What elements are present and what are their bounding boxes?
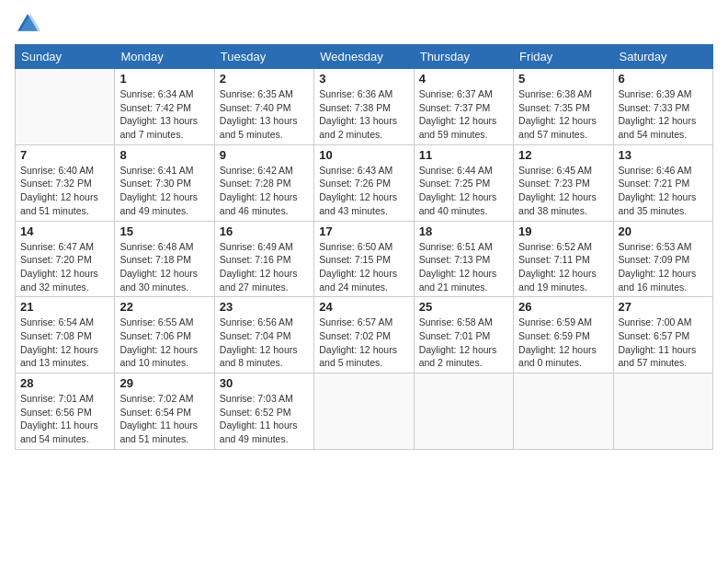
calendar-cell: [414, 373, 513, 450]
day-info: Sunrise: 6:48 AM Sunset: 7:18 PM Dayligh…: [119, 240, 209, 294]
sunrise: Sunrise: 6:47 AM: [20, 241, 94, 252]
day-number: 1: [119, 72, 209, 86]
day-of-week-header: Tuesday: [214, 45, 313, 69]
sunset: Sunset: 7:37 PM: [419, 102, 491, 113]
sunset: Sunset: 7:08 PM: [20, 330, 92, 341]
day-info: Sunrise: 6:51 AM Sunset: 7:13 PM Dayligh…: [419, 240, 508, 294]
daylight: Daylight: 12 hours and 43 minutes.: [319, 191, 397, 216]
sunset: Sunset: 6:59 PM: [518, 330, 590, 341]
sunrise: Sunrise: 6:56 AM: [220, 316, 293, 327]
sunset: Sunset: 7:26 PM: [319, 178, 391, 189]
sunset: Sunset: 7:13 PM: [419, 254, 491, 265]
calendar-cell: 10 Sunrise: 6:43 AM Sunset: 7:26 PM Dayl…: [314, 144, 414, 221]
calendar-cell: [514, 373, 613, 450]
calendar-cell: 14 Sunrise: 6:47 AM Sunset: 7:20 PM Dayl…: [16, 221, 115, 297]
day-number: 14: [20, 224, 109, 238]
sunset: Sunset: 7:11 PM: [518, 254, 590, 265]
calendar-cell: 11 Sunrise: 6:44 AM Sunset: 7:25 PM Dayl…: [414, 144, 513, 221]
daylight: Daylight: 12 hours and 2 minutes.: [419, 344, 497, 369]
day-number: 22: [119, 300, 209, 314]
day-info: Sunrise: 6:41 AM Sunset: 7:30 PM Dayligh…: [119, 164, 209, 218]
day-of-week-header: Thursday: [414, 45, 513, 69]
sunrise: Sunrise: 6:55 AM: [119, 316, 193, 327]
daylight: Daylight: 11 hours and 51 minutes.: [119, 419, 198, 444]
daylight: Daylight: 12 hours and 46 minutes.: [220, 191, 298, 216]
calendar-week-row: 1 Sunrise: 6:34 AM Sunset: 7:42 PM Dayli…: [16, 69, 713, 145]
sunset: Sunset: 7:18 PM: [119, 254, 191, 265]
day-info: Sunrise: 6:55 AM Sunset: 7:06 PM Dayligh…: [119, 316, 209, 370]
sunset: Sunset: 7:02 PM: [319, 330, 391, 341]
sunset: Sunset: 7:20 PM: [20, 254, 92, 265]
day-number: 3: [319, 72, 408, 86]
day-info: Sunrise: 6:40 AM Sunset: 7:32 PM Dayligh…: [20, 164, 109, 218]
calendar-cell: 19 Sunrise: 6:52 AM Sunset: 7:11 PM Dayl…: [514, 221, 613, 297]
day-number: 19: [518, 224, 608, 238]
daylight: Daylight: 13 hours and 7 minutes.: [119, 115, 198, 140]
sunset: Sunset: 7:06 PM: [119, 330, 191, 341]
daylight: Daylight: 12 hours and 57 minutes.: [518, 115, 597, 140]
daylight: Daylight: 11 hours and 57 minutes.: [619, 344, 697, 369]
sunrise: Sunrise: 6:35 AM: [220, 88, 293, 99]
day-info: Sunrise: 7:02 AM Sunset: 6:54 PM Dayligh…: [119, 392, 209, 446]
day-info: Sunrise: 6:45 AM Sunset: 7:23 PM Dayligh…: [518, 164, 608, 218]
sunrise: Sunrise: 7:00 AM: [619, 316, 692, 327]
sunrise: Sunrise: 7:02 AM: [119, 393, 193, 404]
daylight: Daylight: 12 hours and 24 minutes.: [319, 268, 397, 293]
sunset: Sunset: 7:40 PM: [220, 102, 291, 113]
sunrise: Sunrise: 6:58 AM: [419, 316, 493, 327]
day-number: 26: [518, 300, 608, 314]
sunrise: Sunrise: 6:43 AM: [319, 165, 392, 176]
logo-icon: [15, 11, 40, 37]
calendar-cell: 24 Sunrise: 6:57 AM Sunset: 7:02 PM Dayl…: [314, 297, 414, 373]
calendar-cell: 9 Sunrise: 6:42 AM Sunset: 7:28 PM Dayli…: [214, 144, 313, 221]
sunrise: Sunrise: 6:37 AM: [419, 88, 493, 99]
day-number: 27: [619, 300, 708, 314]
day-number: 4: [419, 72, 508, 86]
day-number: 28: [20, 376, 109, 390]
calendar-cell: 7 Sunrise: 6:40 AM Sunset: 7:32 PM Dayli…: [16, 144, 115, 221]
sunrise: Sunrise: 6:50 AM: [319, 241, 392, 252]
sunrise: Sunrise: 6:46 AM: [619, 165, 692, 176]
sunset: Sunset: 7:33 PM: [619, 102, 690, 113]
sunset: Sunset: 7:35 PM: [518, 102, 590, 113]
calendar-cell: 1 Sunrise: 6:34 AM Sunset: 7:42 PM Dayli…: [115, 69, 214, 145]
day-number: 13: [619, 148, 708, 162]
day-number: 9: [220, 148, 309, 162]
day-of-week-header: Friday: [514, 45, 613, 69]
day-number: 2: [220, 72, 309, 86]
day-number: 29: [119, 376, 209, 390]
calendar-cell: 17 Sunrise: 6:50 AM Sunset: 7:15 PM Dayl…: [314, 221, 414, 297]
day-info: Sunrise: 6:36 AM Sunset: 7:38 PM Dayligh…: [319, 87, 408, 142]
day-number: 18: [419, 224, 508, 238]
day-info: Sunrise: 6:38 AM Sunset: 7:35 PM Dayligh…: [518, 87, 608, 142]
calendar-week-row: 21 Sunrise: 6:54 AM Sunset: 7:08 PM Dayl…: [16, 297, 713, 373]
sunrise: Sunrise: 6:44 AM: [419, 165, 493, 176]
daylight: Daylight: 12 hours and 49 minutes.: [119, 191, 198, 216]
daylight: Daylight: 12 hours and 38 minutes.: [518, 191, 597, 216]
calendar-cell: 25 Sunrise: 6:58 AM Sunset: 7:01 PM Dayl…: [414, 297, 513, 373]
day-number: 24: [319, 300, 408, 314]
day-info: Sunrise: 6:54 AM Sunset: 7:08 PM Dayligh…: [20, 316, 109, 370]
sunrise: Sunrise: 6:34 AM: [119, 88, 193, 99]
sunset: Sunset: 7:38 PM: [319, 102, 391, 113]
calendar-week-row: 7 Sunrise: 6:40 AM Sunset: 7:32 PM Dayli…: [16, 144, 713, 221]
sunrise: Sunrise: 6:51 AM: [419, 241, 493, 252]
day-info: Sunrise: 6:34 AM Sunset: 7:42 PM Dayligh…: [119, 87, 209, 142]
sunrise: Sunrise: 7:01 AM: [20, 393, 94, 404]
calendar-week-row: 14 Sunrise: 6:47 AM Sunset: 7:20 PM Dayl…: [16, 221, 713, 297]
day-info: Sunrise: 6:37 AM Sunset: 7:37 PM Dayligh…: [419, 87, 508, 142]
sunrise: Sunrise: 6:45 AM: [518, 165, 592, 176]
daylight: Daylight: 11 hours and 49 minutes.: [220, 419, 298, 444]
calendar-cell: 20 Sunrise: 6:53 AM Sunset: 7:09 PM Dayl…: [613, 221, 712, 297]
day-info: Sunrise: 7:01 AM Sunset: 6:56 PM Dayligh…: [20, 392, 109, 446]
sunset: Sunset: 7:21 PM: [619, 178, 690, 189]
calendar-cell: 30 Sunrise: 7:03 AM Sunset: 6:52 PM Dayl…: [214, 373, 313, 450]
sunrise: Sunrise: 6:49 AM: [220, 241, 293, 252]
sunrise: Sunrise: 6:42 AM: [220, 165, 293, 176]
calendar-cell: 15 Sunrise: 6:48 AM Sunset: 7:18 PM Dayl…: [115, 221, 214, 297]
sunrise: Sunrise: 6:40 AM: [20, 165, 94, 176]
calendar-cell: 6 Sunrise: 6:39 AM Sunset: 7:33 PM Dayli…: [613, 69, 712, 145]
daylight: Daylight: 11 hours and 54 minutes.: [20, 419, 98, 444]
day-of-week-header: Wednesday: [314, 45, 414, 69]
sunrise: Sunrise: 6:41 AM: [119, 165, 193, 176]
